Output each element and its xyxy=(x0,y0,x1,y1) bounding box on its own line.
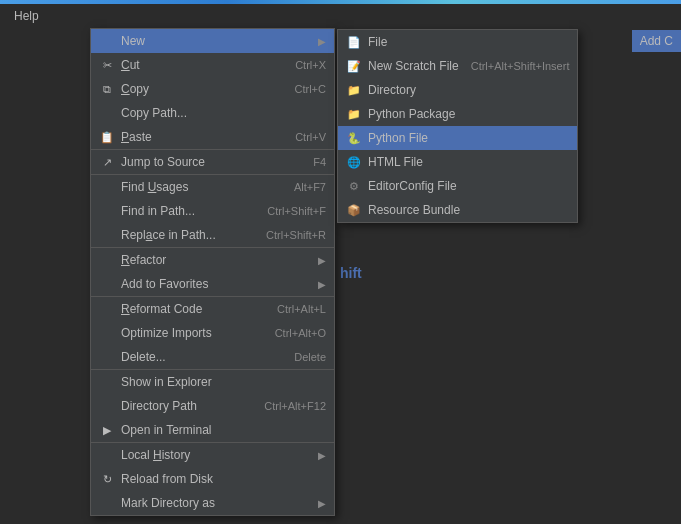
show-explorer-label: Show in Explorer xyxy=(121,375,326,389)
submenu-file[interactable]: 📄 File xyxy=(338,30,577,54)
menu-item-paste[interactable]: 📋 Paste Ctrl+V xyxy=(91,125,334,150)
menu-item-favorites[interactable]: Add to Favorites ▶ xyxy=(91,272,334,297)
scratch-icon: 📝 xyxy=(346,58,362,74)
scratch-shortcut: Ctrl+Alt+Shift+Insert xyxy=(471,60,570,72)
local-history-label: Local History xyxy=(121,448,310,462)
file-icon: 📄 xyxy=(346,34,362,50)
new-arrow: ▶ xyxy=(318,36,326,47)
resource-bundle-icon: 📦 xyxy=(346,202,362,218)
paste-icon: 📋 xyxy=(99,129,115,145)
submenu-directory[interactable]: 📁 Directory xyxy=(338,78,577,102)
submenu-resource-bundle[interactable]: 📦 Resource Bundle xyxy=(338,198,577,222)
new-icon xyxy=(99,33,115,49)
menu-bar: Help xyxy=(0,4,53,28)
refactor-arrow: ▶ xyxy=(318,255,326,266)
editorconfig-label: EditorConfig File xyxy=(368,179,457,193)
reload-label: Reload from Disk xyxy=(121,472,326,486)
find-usages-shortcut: Alt+F7 xyxy=(294,181,326,193)
replace-path-label: Replace in Path... xyxy=(121,228,246,242)
local-history-arrow: ▶ xyxy=(318,450,326,461)
scratch-label: New Scratch File xyxy=(368,59,459,73)
favorites-label: Add to Favorites xyxy=(121,277,310,291)
submenu-python-package[interactable]: 📁 Python Package xyxy=(338,102,577,126)
menu-item-show-explorer[interactable]: Show in Explorer xyxy=(91,370,334,394)
menu-item-terminal[interactable]: ▶ Open in Terminal xyxy=(91,418,334,443)
menu-item-refactor[interactable]: Refactor ▶ xyxy=(91,248,334,272)
dir-path-icon xyxy=(99,398,115,414)
refactor-label: Refactor xyxy=(121,253,310,267)
menu-item-new[interactable]: New ▶ 📄 File 📝 New Scratch File Ctrl+Alt… xyxy=(91,29,334,53)
new-label: New xyxy=(121,34,310,48)
replace-path-icon xyxy=(99,227,115,243)
menu-item-cut[interactable]: ✂ Cut Ctrl+X xyxy=(91,53,334,77)
context-menu: New ▶ 📄 File 📝 New Scratch File Ctrl+Alt… xyxy=(90,28,335,516)
submenu-new: 📄 File 📝 New Scratch File Ctrl+Alt+Shift… xyxy=(337,29,578,223)
python-file-icon: 🐍 xyxy=(346,130,362,146)
refactor-icon xyxy=(99,252,115,268)
background-text: hift xyxy=(340,265,362,281)
editorconfig-icon: ⚙ xyxy=(346,178,362,194)
resource-bundle-label: Resource Bundle xyxy=(368,203,460,217)
python-package-label: Python Package xyxy=(368,107,455,121)
menu-item-reformat[interactable]: Reformat Code Ctrl+Alt+L xyxy=(91,297,334,321)
menu-item-copy[interactable]: ⧉ Copy Ctrl+C xyxy=(91,77,334,101)
menu-item-jump[interactable]: ↗ Jump to Source F4 xyxy=(91,150,334,175)
dir-path-label: Directory Path xyxy=(121,399,244,413)
cut-icon: ✂ xyxy=(99,57,115,73)
mark-directory-arrow: ▶ xyxy=(318,498,326,509)
show-explorer-icon xyxy=(99,374,115,390)
optimize-shortcut: Ctrl+Alt+O xyxy=(275,327,326,339)
python-file-label: Python File xyxy=(368,131,428,145)
copy-path-label: Copy Path... xyxy=(121,106,326,120)
menu-item-optimize[interactable]: Optimize Imports Ctrl+Alt+O xyxy=(91,321,334,345)
menu-item-find-path[interactable]: Find in Path... Ctrl+Shift+F xyxy=(91,199,334,223)
submenu-python-file[interactable]: 🐍 Python File xyxy=(338,126,577,150)
delete-icon xyxy=(99,349,115,365)
menu-item-copy-path[interactable]: Copy Path... xyxy=(91,101,334,125)
menu-item-reload[interactable]: ↻ Reload from Disk xyxy=(91,467,334,491)
help-menu[interactable]: Help xyxy=(8,7,45,25)
jump-icon: ↗ xyxy=(99,154,115,170)
menu-item-find-usages[interactable]: Find Usages Alt+F7 xyxy=(91,175,334,199)
favorites-arrow: ▶ xyxy=(318,279,326,290)
terminal-icon: ▶ xyxy=(99,422,115,438)
add-button[interactable]: Add C xyxy=(632,30,681,52)
submenu-html-file[interactable]: 🌐 HTML File xyxy=(338,150,577,174)
submenu-scratch-file[interactable]: 📝 New Scratch File Ctrl+Alt+Shift+Insert xyxy=(338,54,577,78)
terminal-label: Open in Terminal xyxy=(121,423,326,437)
copy-icon: ⧉ xyxy=(99,81,115,97)
dir-path-shortcut: Ctrl+Alt+F12 xyxy=(264,400,326,412)
favorites-icon xyxy=(99,276,115,292)
submenu-editorconfig[interactable]: ⚙ EditorConfig File xyxy=(338,174,577,198)
python-package-icon: 📁 xyxy=(346,106,362,122)
html-file-label: HTML File xyxy=(368,155,423,169)
directory-icon: 📁 xyxy=(346,82,362,98)
html-file-icon: 🌐 xyxy=(346,154,362,170)
find-path-shortcut: Ctrl+Shift+F xyxy=(267,205,326,217)
reformat-shortcut: Ctrl+Alt+L xyxy=(277,303,326,315)
menu-item-delete[interactable]: Delete... Delete xyxy=(91,345,334,370)
menu-item-replace-path[interactable]: Replace in Path... Ctrl+Shift+R xyxy=(91,223,334,248)
paste-shortcut: Ctrl+V xyxy=(295,131,326,143)
optimize-label: Optimize Imports xyxy=(121,326,255,340)
reformat-icon xyxy=(99,301,115,317)
file-label: File xyxy=(368,35,387,49)
copy-label: Copy xyxy=(121,82,275,96)
reformat-label: Reformat Code xyxy=(121,302,257,316)
jump-label: Jump to Source xyxy=(121,155,293,169)
local-history-icon xyxy=(99,447,115,463)
mark-directory-icon xyxy=(99,495,115,511)
copy-shortcut: Ctrl+C xyxy=(295,83,326,95)
find-path-label: Find in Path... xyxy=(121,204,247,218)
paste-label: Paste xyxy=(121,130,275,144)
directory-label: Directory xyxy=(368,83,416,97)
delete-label: Delete... xyxy=(121,350,274,364)
mark-directory-label: Mark Directory as xyxy=(121,496,310,510)
menu-item-dir-path[interactable]: Directory Path Ctrl+Alt+F12 xyxy=(91,394,334,418)
menu-item-local-history[interactable]: Local History ▶ xyxy=(91,443,334,467)
copy-path-icon xyxy=(99,105,115,121)
delete-shortcut: Delete xyxy=(294,351,326,363)
find-path-icon xyxy=(99,203,115,219)
jump-shortcut: F4 xyxy=(313,156,326,168)
menu-item-mark-directory[interactable]: Mark Directory as ▶ xyxy=(91,491,334,515)
